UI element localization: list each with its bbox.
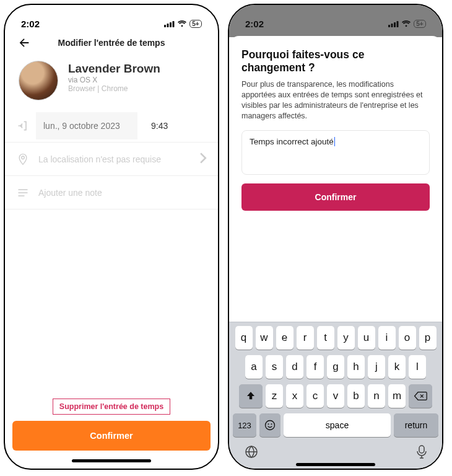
status-time: 2:02 (245, 19, 264, 29)
key-c[interactable]: c (306, 384, 324, 408)
emoji-key[interactable] (259, 413, 280, 437)
location-pin-icon (16, 153, 30, 165)
key-r[interactable]: r (297, 326, 314, 350)
key-a[interactable]: a (245, 355, 263, 379)
profile-name: Lavender Brown (68, 62, 160, 76)
svg-rect-12 (419, 446, 424, 453)
key-q[interactable]: q (235, 326, 253, 350)
reason-modal: Pourquoi faites-vous ce changement ? Pou… (229, 36, 442, 214)
home-indicator (72, 459, 151, 462)
back-button[interactable] (15, 33, 33, 52)
space-key[interactable]: space (284, 413, 391, 437)
status-indicators: 5+ (164, 20, 202, 28)
return-key[interactable]: return (394, 413, 438, 437)
profile-browser: Browser | Chrome (68, 84, 160, 93)
avatar (19, 61, 58, 100)
note-row[interactable]: Ajouter une note (5, 176, 218, 209)
key-l[interactable]: l (409, 355, 426, 379)
key-y[interactable]: y (337, 326, 355, 350)
key-j[interactable]: j (368, 355, 385, 379)
location-placeholder: La localisation n'est pas requise (38, 154, 191, 164)
ios-keyboard: qwertyuiop asdfghjkl zxcvbnm 123 space r… (229, 322, 442, 469)
key-g[interactable]: g (327, 355, 344, 379)
key-m[interactable]: m (388, 384, 406, 408)
svg-rect-6 (394, 22, 396, 27)
note-placeholder: Ajouter une note (38, 188, 207, 198)
key-w[interactable]: w (256, 326, 273, 350)
key-i[interactable]: i (378, 326, 396, 350)
svg-rect-5 (391, 24, 393, 27)
date-time-row: lun., 9 octobre 2023 9:43 (5, 109, 218, 143)
page-title: Modifier l'entrée de temps (58, 38, 165, 48)
dictation-key[interactable] (416, 444, 427, 462)
confirm-button[interactable]: Confirmer (241, 183, 430, 211)
battery-icon: 5+ (189, 20, 202, 28)
battery-icon: 5+ (414, 20, 426, 28)
phone-left: 2:02 5+ Modifier l'entrée de temps Laven… (4, 4, 219, 470)
key-h[interactable]: h (347, 355, 365, 379)
key-k[interactable]: k (388, 355, 406, 379)
key-x[interactable]: x (286, 384, 303, 408)
svg-rect-2 (170, 22, 172, 27)
delete-entry-button[interactable]: Supprimer l'entrée de temps (53, 399, 170, 415)
key-o[interactable]: o (399, 326, 416, 350)
status-bar: 2:02 5+ (229, 5, 442, 33)
reason-value: Temps incorrect ajouté (250, 137, 334, 146)
svg-point-10 (271, 423, 272, 425)
status-bar: 2:02 5+ (5, 5, 218, 33)
keyboard-mode-key[interactable]: 123 (233, 413, 256, 437)
profile-platform: via OS X (68, 76, 160, 84)
reason-input[interactable]: Temps incorrect ajouté (241, 130, 430, 175)
svg-rect-3 (173, 21, 175, 27)
svg-point-9 (268, 423, 269, 425)
clock-in-icon (16, 120, 30, 132)
key-b[interactable]: b (347, 384, 365, 408)
status-time: 2:02 (21, 19, 40, 29)
svg-rect-0 (164, 25, 166, 27)
shift-key[interactable] (239, 384, 263, 408)
key-u[interactable]: u (358, 326, 375, 350)
key-p[interactable]: p (419, 326, 437, 350)
backspace-key[interactable] (409, 384, 432, 408)
key-z[interactable]: z (266, 384, 283, 408)
cellular-icon (388, 20, 399, 27)
key-n[interactable]: n (368, 384, 385, 408)
key-e[interactable]: e (276, 326, 293, 350)
phone-right: 2:02 5+ Pourquoi faites-vous ce changeme… (228, 4, 443, 470)
note-icon (16, 187, 30, 199)
wifi-icon (401, 20, 411, 27)
key-d[interactable]: d (286, 355, 303, 379)
svg-rect-4 (388, 25, 390, 27)
key-v[interactable]: v (327, 384, 344, 408)
time-display[interactable]: 9:43 (144, 112, 218, 139)
key-f[interactable]: f (306, 355, 324, 379)
screen-header: Modifier l'entrée de temps (5, 33, 218, 57)
modal-title: Pourquoi faites-vous ce changement ? (241, 48, 430, 74)
modal-description: Pour plus de transparence, les modificat… (241, 79, 430, 121)
svg-rect-1 (167, 24, 169, 27)
key-t[interactable]: t (317, 326, 334, 350)
svg-rect-7 (397, 21, 399, 27)
globe-key[interactable] (244, 444, 259, 462)
wifi-icon (177, 20, 187, 27)
chevron-right-icon (199, 152, 207, 166)
profile-section: Lavender Brown via OS X Browser | Chrome (5, 57, 218, 109)
location-row[interactable]: La localisation n'est pas requise (5, 143, 218, 176)
key-s[interactable]: s (266, 355, 283, 379)
cellular-icon (164, 20, 175, 27)
svg-point-8 (266, 421, 275, 430)
home-indicator (296, 463, 375, 466)
date-display[interactable]: lun., 9 octobre 2023 (36, 112, 137, 139)
status-indicators: 5+ (388, 20, 426, 28)
text-caret (334, 137, 335, 146)
confirm-button[interactable]: Confirmer (12, 421, 211, 451)
